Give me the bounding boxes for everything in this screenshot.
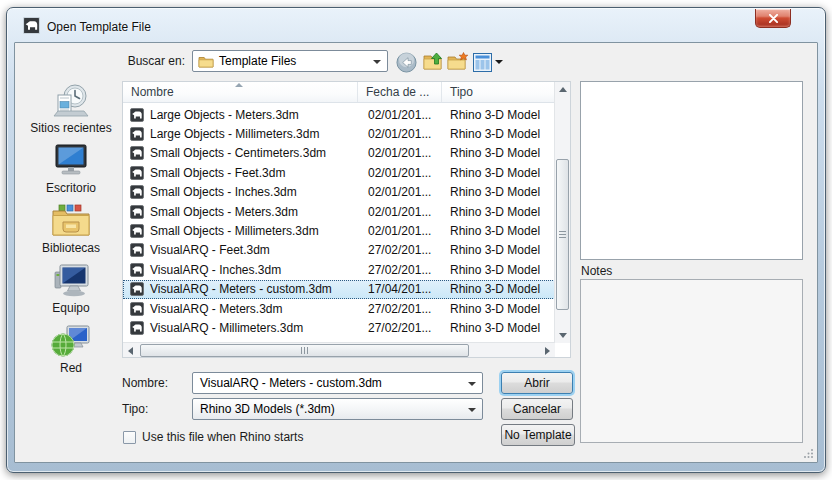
vertical-scrollbar[interactable] [554,82,570,343]
triangle-right-icon [545,347,550,355]
rhino-file-icon [130,166,144,180]
look-in-label: Buscar en: [33,54,185,68]
notes-label: Notes [581,264,612,278]
file-name: Small Objects - Meters.3dm [123,205,358,219]
file-date: 02/01/201... [358,166,442,180]
rhino-file-icon [130,127,144,141]
dialog-client-area: Buscar en: Template Files [14,42,818,463]
file-type: Rhino 3-D Model [442,321,555,335]
column-header-type[interactable]: Tipo [442,82,555,102]
file-name: VisualARQ - Millimeters.3dm [123,321,358,335]
chevron-down-icon [373,60,381,64]
file-row[interactable]: Large Objects - Meters.3dm02/01/201...Rh… [123,105,555,124]
close-icon [769,14,778,23]
up-one-level-button[interactable] [421,50,445,74]
file-row[interactable]: VisualARQ - Inches.3dm27/02/201...Rhino … [123,260,555,279]
file-date: 02/01/201... [358,205,442,219]
horizontal-scrollbar[interactable] [123,342,555,357]
chevron-down-icon [495,60,503,64]
no-template-button[interactable]: No Template [501,424,575,446]
file-name: Small Objects - Centimeters.3dm [123,146,358,160]
file-type-label: Tipo: [122,402,148,416]
column-header-date[interactable]: Fecha de ... [358,82,442,102]
look-in-combobox[interactable]: Template Files [192,50,388,72]
folder-icon [198,54,214,70]
file-date: 27/02/201... [358,321,442,335]
libraries-icon [49,203,93,239]
sidebar-item-desktop[interactable]: Escritorio [21,143,121,201]
resize-grip[interactable] [803,448,814,459]
file-date: 02/01/201... [358,108,442,122]
file-row[interactable]: Small Objects - Millimeters.3dm02/01/201… [123,221,555,240]
horizontal-scrollbar-thumb[interactable] [140,344,469,357]
file-type: Rhino 3-D Model [442,302,555,316]
file-type-combobox[interactable]: Rhino 3D Models (*.3dm) [192,398,483,420]
desktop-icon [49,143,93,179]
file-type: Rhino 3-D Model [442,166,555,180]
close-button[interactable] [755,9,791,28]
file-type: Rhino 3-D Model [442,263,555,277]
file-date: 02/01/201... [358,127,442,141]
scroll-down-button[interactable] [555,328,570,343]
file-type: Rhino 3-D Model [442,146,555,160]
grip-icon [559,231,566,238]
chevron-down-icon [468,382,476,386]
rhino-file-icon [130,224,144,238]
file-name: Large Objects - Meters.3dm [123,108,358,122]
file-name: Large Objects - Millimeters.3dm [123,127,358,141]
rhino-file-icon [130,302,144,316]
sidebar-item-libraries[interactable]: Bibliotecas [21,203,121,261]
sidebar-item-label: Escritorio [21,181,121,195]
file-row[interactable]: Small Objects - Centimeters.3dm02/01/201… [123,144,555,163]
file-list-body: Large Objects - Meters.3dm02/01/201...Rh… [123,104,555,343]
rhino-file-icon [130,263,144,277]
file-row[interactable]: Small Objects - Feet.3dm02/01/201...Rhin… [123,163,555,182]
file-date: 02/01/201... [358,146,442,160]
triangle-down-icon [559,333,567,338]
sort-ascending-icon [235,83,243,87]
file-name: VisualARQ - Meters - custom.3dm [123,282,358,296]
column-header-name[interactable]: Nombre [123,82,358,102]
views-menu-button[interactable] [472,50,504,74]
new-folder-button[interactable] [446,50,470,74]
recent-places-icon [49,83,93,119]
file-name: VisualARQ - Inches.3dm [123,263,358,277]
open-template-file-dialog: Open Template File Buscar en: Template F… [6,7,826,473]
file-type: Rhino 3-D Model [442,224,555,238]
file-type: Rhino 3-D Model [442,205,555,219]
file-row[interactable]: VisualARQ - Meters - custom.3dm17/04/201… [123,280,555,299]
file-date: 27/02/201... [358,263,442,277]
file-date: 27/02/201... [358,302,442,316]
back-button[interactable] [394,50,418,74]
sidebar-item-computer[interactable]: Equipo [21,263,121,321]
use-file-on-start-label: Use this file when Rhino starts [142,430,303,444]
file-row[interactable]: VisualARQ - Feet.3dm27/02/201...Rhino 3-… [123,241,555,260]
file-row[interactable]: VisualARQ - Meters.3dm27/02/201...Rhino … [123,299,555,318]
use-file-on-start-checkbox[interactable] [123,431,136,444]
file-row[interactable]: Small Objects - Inches.3dm02/01/201...Rh… [123,183,555,202]
file-row[interactable]: Large Objects - Millimeters.3dm02/01/201… [123,124,555,143]
file-row[interactable]: VisualARQ - Millimeters.3dm27/02/201...R… [123,318,555,337]
cancel-button[interactable]: Cancelar [501,398,573,420]
sidebar-item-network[interactable]: Red [21,322,121,380]
file-name: VisualARQ - Meters.3dm [123,302,358,316]
rhino-app-icon [23,17,40,34]
open-button[interactable]: Abrir [501,372,573,394]
scroll-up-button[interactable] [555,82,570,97]
rhino-file-icon [130,282,144,296]
titlebar[interactable]: Open Template File [7,8,825,42]
sidebar-item-recent-places[interactable]: Sitios recientes [21,83,121,141]
scroll-right-button[interactable] [540,343,555,358]
file-name-label: Nombre: [122,376,168,390]
file-list: Nombre Fecha de ... Tipo Large Objects -… [122,81,571,358]
file-name: Small Objects - Millimeters.3dm [123,224,358,238]
vertical-scrollbar-thumb[interactable] [556,159,569,310]
computer-icon [49,263,93,299]
file-date: 02/01/201... [358,224,442,238]
sidebar-item-label: Sitios recientes [21,121,121,135]
scroll-left-button[interactable] [123,343,138,358]
template-preview-box [580,81,803,260]
file-name-combobox[interactable]: VisualARQ - Meters - custom.3dm [192,372,483,394]
file-row[interactable]: Small Objects - Meters.3dm02/01/201...Rh… [123,202,555,221]
file-name: Small Objects - Inches.3dm [123,185,358,199]
